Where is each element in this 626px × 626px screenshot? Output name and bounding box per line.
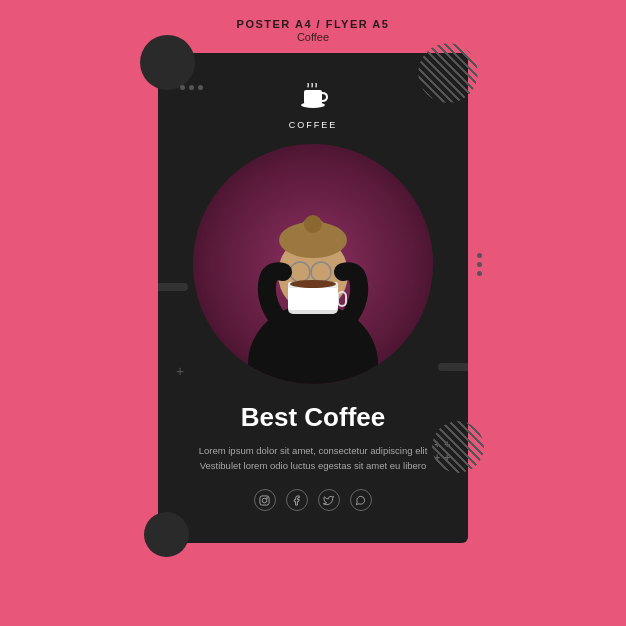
description: Lorem ipsum dolor sit amet, consectetur … [199, 443, 428, 473]
svg-rect-16 [260, 496, 269, 505]
main-title: Best Coffee [199, 402, 428, 433]
deco-circle-bottom-left [144, 512, 189, 557]
plus-top-left: + [176, 363, 184, 379]
logo-text: COFFEE [289, 120, 338, 130]
svg-point-17 [263, 498, 268, 503]
page-subtitle: Coffee [237, 31, 390, 43]
svg-point-7 [304, 215, 322, 233]
stripe-right [438, 363, 468, 371]
deco-circle-top-left [140, 35, 195, 90]
description-line2: Vestibulet lorem odio luctus egestas sit… [200, 460, 427, 471]
stripe-left [158, 283, 188, 291]
description-line1: Lorem ipsum dolor sit amet, consectetur … [199, 445, 428, 456]
facebook-icon[interactable] [286, 489, 308, 511]
poster: + + + + + COFFEE [158, 53, 468, 543]
dots-right [477, 253, 482, 276]
svg-point-18 [267, 497, 268, 498]
svg-point-15 [290, 280, 336, 288]
person-silhouette [193, 144, 433, 384]
page-title: POSTER A4 / FLYER A5 [237, 18, 390, 30]
poster-content: Best Coffee Lorem ipsum dolor sit amet, … [175, 402, 452, 511]
instagram-icon[interactable] [254, 489, 276, 511]
logo-area: COFFEE [289, 83, 338, 130]
dots-top [180, 85, 203, 90]
whatsapp-icon[interactable] [350, 489, 372, 511]
deco-circle-top-right [418, 43, 478, 103]
coffee-cup-icon [297, 83, 329, 117]
social-icons-row [199, 489, 428, 511]
svg-point-1 [301, 102, 325, 108]
svg-rect-0 [304, 90, 322, 104]
page-header: POSTER A4 / FLYER A5 Coffee [237, 0, 390, 53]
twitter-icon[interactable] [318, 489, 340, 511]
photo-circle-container [193, 144, 433, 384]
